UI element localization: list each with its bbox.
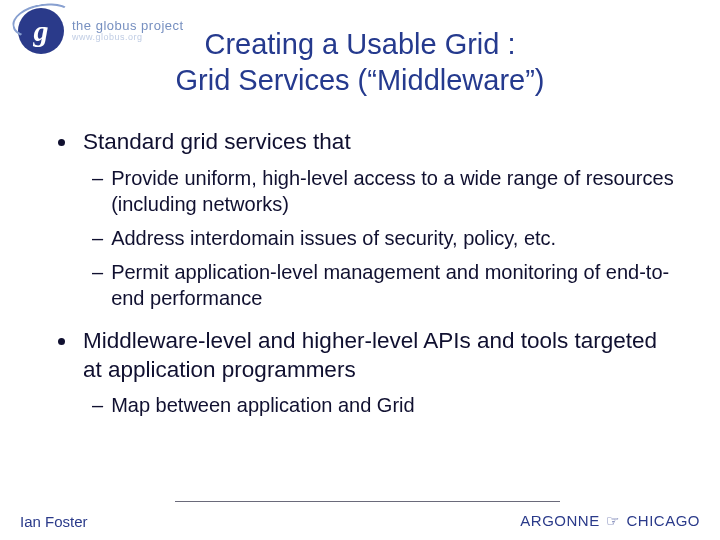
pointing-hand-icon: ☞: [604, 512, 622, 529]
footer-affiliation: ARGONNE ☞ CHICAGO: [520, 512, 700, 530]
bullet-level2: – Provide uniform, high-level access to …: [92, 165, 680, 217]
bullet-text: Map between application and Grid: [111, 392, 415, 418]
slide-title-line1: Creating a Usable Grid :: [0, 26, 720, 62]
dash-icon: –: [92, 225, 103, 251]
footer-org-a: ARGONNE: [520, 512, 599, 529]
bullet-level1: Middleware-level and higher-level APIs a…: [58, 327, 680, 385]
bullet-text: Provide uniform, high-level access to a …: [111, 165, 680, 217]
dash-icon: –: [92, 392, 103, 418]
bullet-level2: – Permit application-level management an…: [92, 259, 680, 311]
bullet-text: Middleware-level and higher-level APIs a…: [83, 327, 680, 385]
bullet-level2: – Map between application and Grid: [92, 392, 680, 418]
bullet-dot-icon: [58, 139, 65, 146]
slide-footer: Ian Foster ARGONNE ☞ CHICAGO: [20, 512, 700, 530]
footer-author: Ian Foster: [20, 513, 88, 530]
footer-divider: [175, 501, 560, 502]
slide-title-line2: Grid Services (“Middleware”): [0, 62, 720, 98]
bullet-level1: Standard grid services that: [58, 128, 680, 157]
footer-org-b: CHICAGO: [626, 512, 700, 529]
bullet-level2: – Address interdomain issues of security…: [92, 225, 680, 251]
bullet-text: Permit application-level management and …: [111, 259, 680, 311]
bullet-text: Standard grid services that: [83, 128, 351, 157]
slide-body: Standard grid services that – Provide un…: [58, 128, 680, 426]
bullet-dot-icon: [58, 338, 65, 345]
dash-icon: –: [92, 165, 103, 217]
dash-icon: –: [92, 259, 103, 311]
slide-title: Creating a Usable Grid : Grid Services (…: [0, 26, 720, 99]
bullet-text: Address interdomain issues of security, …: [111, 225, 556, 251]
